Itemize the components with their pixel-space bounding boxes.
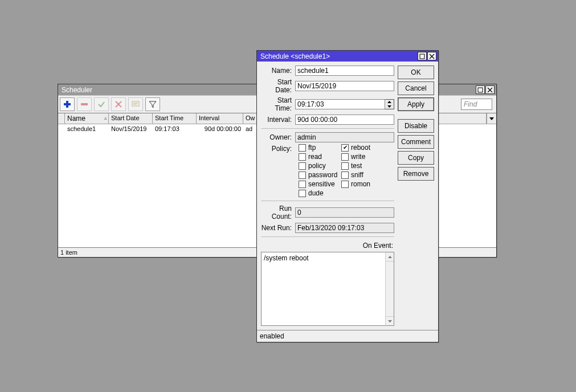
start-time-label: Start Time: [261, 96, 295, 112]
col-start-time[interactable]: Start Time [153, 113, 197, 124]
owner-field [295, 132, 394, 142]
col-marker[interactable] [58, 113, 65, 124]
start-time-input[interactable] [295, 99, 385, 109]
col-name[interactable]: Name▵ [65, 113, 109, 124]
comment-button[interactable] [128, 97, 143, 111]
scheduler-title: Scheduler [62, 86, 92, 94]
policy-dude-checkbox[interactable]: dude [299, 189, 341, 197]
checkbox-unchecked-icon [299, 190, 306, 197]
checkbox-unchecked-icon [299, 181, 306, 188]
chevron-up-icon [385, 100, 394, 104]
checkbox-unchecked-icon [299, 162, 306, 170]
checkbox-unchecked-icon [341, 181, 349, 188]
policy-read-checkbox[interactable]: read [299, 153, 341, 161]
svg-rect-5 [81, 103, 88, 105]
name-label: Name: [261, 67, 295, 75]
checkbox-unchecked-icon [299, 153, 306, 161]
policy-test-checkbox[interactable]: test [341, 162, 384, 170]
policy-sniff-checkbox[interactable]: sniff [341, 171, 384, 179]
checkbox-unchecked-icon [299, 144, 306, 152]
interval-input[interactable] [295, 115, 394, 125]
checkbox-unchecked-icon [341, 162, 349, 170]
col-start-date[interactable]: Start Date [109, 113, 153, 124]
minimize-icon[interactable] [418, 52, 427, 60]
apply-button[interactable]: Apply [398, 97, 434, 111]
svg-marker-19 [388, 320, 392, 322]
filter-button[interactable] [145, 97, 160, 111]
chevron-down-icon [385, 104, 394, 109]
svg-rect-8 [132, 101, 139, 106]
start-time-stepper[interactable] [385, 99, 394, 109]
owner-label: Owner: [261, 133, 295, 141]
svg-marker-12 [489, 117, 494, 120]
policy-reboot-checkbox[interactable]: reboot [341, 144, 384, 152]
svg-marker-17 [387, 105, 391, 108]
policy-romon-label: romon [351, 180, 370, 188]
policy-test-label: test [351, 162, 362, 170]
close-icon[interactable] [427, 52, 436, 60]
copy-button[interactable]: Copy [398, 151, 434, 165]
on-event-textarea[interactable]: /system reboot [261, 252, 385, 326]
policy-read-label: read [308, 153, 322, 161]
schedule-dialog: Schedule <schedule1> Name: Start Date: S… [256, 50, 439, 342]
checkbox-checked-icon [341, 144, 349, 152]
svg-rect-4 [64, 103, 71, 105]
policy-password-checkbox[interactable]: password [299, 171, 341, 179]
next-run-field [295, 223, 394, 233]
columns-menu-icon[interactable] [487, 113, 496, 124]
dialog-title: Schedule <schedule1> [260, 52, 330, 60]
policy-label: Policy: [261, 145, 295, 153]
checkbox-unchecked-icon [299, 172, 306, 179]
run-count-label: Run Count: [261, 205, 295, 220]
svg-marker-18 [388, 256, 392, 258]
policy-policy-label: policy [308, 162, 326, 170]
policy-ftp-label: ftp [308, 144, 316, 152]
checkbox-unchecked-icon [341, 153, 349, 161]
ok-button[interactable]: OK [398, 66, 434, 79]
next-run-label: Next Run: [261, 224, 295, 232]
run-count-field [295, 207, 394, 218]
on-event-scrollbar[interactable] [385, 252, 394, 326]
scroll-down-icon[interactable] [386, 316, 394, 325]
policy-write-label: write [351, 153, 365, 161]
comment-button[interactable]: Comment [398, 135, 434, 149]
policy-write-checkbox[interactable]: write [341, 153, 384, 161]
remove-button[interactable] [77, 97, 92, 111]
start-date-input[interactable] [295, 81, 394, 91]
svg-marker-11 [149, 101, 156, 108]
name-input[interactable] [295, 66, 394, 76]
policy-romon-checkbox[interactable]: romon [341, 180, 384, 188]
policy-policy-checkbox[interactable]: policy [299, 162, 341, 170]
minimize-icon[interactable] [476, 85, 485, 94]
policy-dude-label: dude [308, 189, 324, 197]
cancel-button[interactable]: Cancel [398, 81, 434, 95]
interval-label: Interval: [261, 116, 295, 124]
scroll-up-icon[interactable] [386, 252, 394, 262]
svg-rect-0 [478, 88, 483, 92]
policy-ftp-checkbox[interactable]: ftp [299, 144, 341, 152]
policy-sniff-label: sniff [351, 171, 363, 179]
on-event-label: On Event: [261, 240, 394, 252]
disable-button[interactable] [111, 97, 126, 111]
policy-sensitive-label: sensitive [308, 180, 335, 188]
policy-sensitive-checkbox[interactable]: sensitive [299, 180, 341, 188]
disable-button[interactable]: Disable [398, 119, 434, 133]
col-interval[interactable]: Interval [197, 113, 243, 124]
start-date-label: Start Date: [261, 78, 295, 94]
checkbox-unchecked-icon [341, 172, 349, 179]
svg-marker-16 [387, 101, 391, 103]
policy-password-label: password [308, 171, 337, 179]
policy-reboot-label: reboot [351, 144, 370, 152]
dialog-titlebar[interactable]: Schedule <schedule1> [257, 51, 438, 62]
remove-button[interactable]: Remove [398, 167, 434, 181]
enable-button[interactable] [94, 97, 109, 111]
find-input[interactable]: Find [461, 99, 492, 110]
close-icon[interactable] [485, 85, 495, 94]
add-button[interactable] [60, 97, 75, 111]
svg-rect-13 [420, 54, 424, 59]
dialog-status: enabled [257, 330, 438, 342]
